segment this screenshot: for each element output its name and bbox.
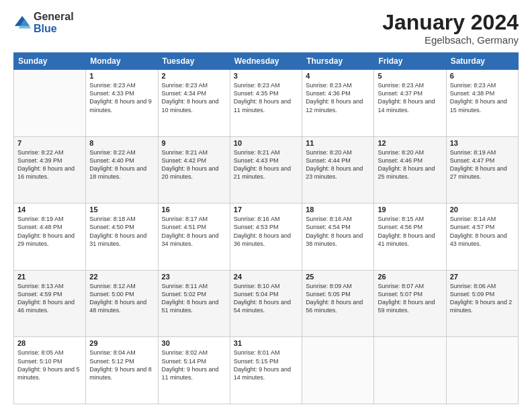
table-row: 5Sunrise: 8:23 AMSunset: 4:37 PMDaylight…	[374, 70, 446, 137]
cell-info: Sunrise: 8:07 AMSunset: 5:07 PMDaylight:…	[378, 282, 442, 315]
sunset-text: Sunset: 5:02 PM	[162, 290, 226, 298]
sunset-text: Sunset: 4:43 PM	[234, 156, 298, 165]
sunrise-text: Sunrise: 8:16 AM	[306, 215, 370, 223]
sunset-text: Sunset: 5:05 PM	[306, 290, 370, 298]
cell-info: Sunrise: 8:16 AMSunset: 4:53 PMDaylight:…	[234, 215, 298, 248]
daylight-text: Daylight: 9 hours and 5 minutes.	[17, 365, 82, 381]
day-number: 30	[162, 339, 226, 347]
calendar-week-row: 1Sunrise: 8:23 AMSunset: 4:33 PMDaylight…	[14, 70, 519, 137]
day-number: 8	[89, 139, 154, 147]
table-row: 6Sunrise: 8:23 AMSunset: 4:38 PMDaylight…	[446, 70, 518, 137]
daylight-text: Daylight: 8 hours and 48 minutes.	[89, 298, 154, 314]
daylight-text: Daylight: 8 hours and 23 minutes.	[306, 165, 370, 181]
logo-icon	[13, 13, 32, 32]
sunrise-text: Sunrise: 8:23 AM	[450, 81, 515, 89]
day-number: 17	[234, 205, 298, 214]
cell-info: Sunrise: 8:04 AMSunset: 5:12 PMDaylight:…	[89, 349, 154, 381]
table-row: 20Sunrise: 8:14 AMSunset: 4:57 PMDayligh…	[446, 203, 518, 271]
cell-info: Sunrise: 8:10 AMSunset: 5:04 PMDaylight:…	[234, 282, 298, 315]
sunrise-text: Sunrise: 8:17 AM	[162, 215, 226, 223]
daylight-text: Daylight: 8 hours and 15 minutes.	[450, 97, 515, 113]
table-row: 26Sunrise: 8:07 AMSunset: 5:07 PMDayligh…	[374, 270, 446, 337]
logo: General Blue	[13, 11, 74, 34]
sunset-text: Sunset: 5:09 PM	[450, 290, 515, 298]
cell-info: Sunrise: 8:09 AMSunset: 5:05 PMDaylight:…	[306, 282, 370, 315]
daylight-text: Daylight: 8 hours and 51 minutes.	[162, 298, 226, 314]
day-number: 4	[306, 72, 370, 80]
cell-info: Sunrise: 8:14 AMSunset: 4:57 PMDaylight:…	[450, 215, 515, 248]
day-number: 16	[162, 205, 226, 214]
sunrise-text: Sunrise: 8:18 AM	[89, 215, 154, 223]
col-tuesday: Tuesday	[158, 53, 230, 70]
sunset-text: Sunset: 5:15 PM	[234, 357, 298, 365]
daylight-text: Daylight: 8 hours and 14 minutes.	[378, 97, 442, 113]
sunrise-text: Sunrise: 8:07 AM	[378, 282, 442, 290]
day-number: 5	[378, 72, 442, 80]
sunset-text: Sunset: 5:10 PM	[17, 357, 82, 365]
col-wednesday: Wednesday	[230, 53, 302, 70]
sunrise-text: Sunrise: 8:22 AM	[89, 148, 154, 156]
sunrise-text: Sunrise: 8:11 AM	[162, 282, 226, 290]
table-row: 3Sunrise: 8:23 AMSunset: 4:35 PMDaylight…	[230, 70, 302, 137]
sunset-text: Sunset: 4:56 PM	[378, 223, 442, 231]
col-friday: Friday	[374, 53, 446, 70]
cell-info: Sunrise: 8:22 AMSunset: 4:39 PMDaylight:…	[17, 148, 82, 181]
day-number: 20	[450, 205, 515, 214]
daylight-text: Daylight: 8 hours and 18 minutes.	[89, 165, 154, 181]
cell-info: Sunrise: 8:15 AMSunset: 4:56 PMDaylight:…	[378, 215, 442, 248]
daylight-text: Daylight: 8 hours and 43 minutes.	[450, 232, 515, 248]
daylight-text: Daylight: 9 hours and 8 minutes.	[89, 365, 154, 381]
sunset-text: Sunset: 5:00 PM	[89, 290, 154, 298]
cell-info: Sunrise: 8:06 AMSunset: 5:09 PMDaylight:…	[450, 282, 515, 315]
day-number: 25	[306, 273, 370, 281]
sunrise-text: Sunrise: 8:19 AM	[17, 215, 82, 223]
cell-info: Sunrise: 8:12 AMSunset: 5:00 PMDaylight:…	[89, 282, 154, 315]
day-number: 10	[234, 139, 298, 147]
sunset-text: Sunset: 4:53 PM	[234, 223, 298, 231]
daylight-text: Daylight: 8 hours and 9 minutes.	[89, 97, 154, 113]
sunset-text: Sunset: 4:38 PM	[450, 89, 515, 97]
daylight-text: Daylight: 8 hours and 56 minutes.	[306, 298, 370, 314]
sunset-text: Sunset: 4:36 PM	[306, 89, 370, 97]
cell-info: Sunrise: 8:23 AMSunset: 4:33 PMDaylight:…	[89, 81, 154, 114]
cell-info: Sunrise: 8:22 AMSunset: 4:40 PMDaylight:…	[89, 148, 154, 181]
day-number: 9	[162, 139, 226, 147]
day-number: 1	[89, 72, 154, 80]
day-number: 24	[234, 273, 298, 281]
sunrise-text: Sunrise: 8:12 AM	[89, 282, 154, 290]
table-row: 9Sunrise: 8:21 AMSunset: 4:42 PMDaylight…	[158, 136, 230, 203]
sunset-text: Sunset: 4:35 PM	[234, 89, 298, 97]
daylight-text: Daylight: 8 hours and 29 minutes.	[17, 232, 82, 248]
daylight-text: Daylight: 8 hours and 25 minutes.	[378, 165, 442, 181]
sunrise-text: Sunrise: 8:21 AM	[162, 148, 226, 156]
sunrise-text: Sunrise: 8:09 AM	[306, 282, 370, 290]
sunset-text: Sunset: 4:39 PM	[17, 156, 82, 165]
cell-info: Sunrise: 8:13 AMSunset: 4:59 PMDaylight:…	[17, 282, 82, 315]
daylight-text: Daylight: 8 hours and 34 minutes.	[162, 232, 226, 248]
cell-info: Sunrise: 8:18 AMSunset: 4:50 PMDaylight:…	[89, 215, 154, 248]
header: General Blue January 2024 Egelbsach, Ger…	[13, 11, 519, 46]
sunrise-text: Sunrise: 8:20 AM	[306, 148, 370, 156]
day-number: 13	[450, 139, 515, 147]
sunset-text: Sunset: 4:40 PM	[89, 156, 154, 165]
col-monday: Monday	[86, 53, 158, 70]
cell-info: Sunrise: 8:19 AMSunset: 4:47 PMDaylight:…	[450, 148, 515, 181]
day-number: 11	[306, 139, 370, 147]
cell-info: Sunrise: 8:17 AMSunset: 4:51 PMDaylight:…	[162, 215, 226, 248]
cell-info: Sunrise: 8:20 AMSunset: 4:44 PMDaylight:…	[306, 148, 370, 181]
cell-info: Sunrise: 8:19 AMSunset: 4:48 PMDaylight:…	[17, 215, 82, 248]
day-number: 6	[450, 72, 515, 80]
table-row: 7Sunrise: 8:22 AMSunset: 4:39 PMDaylight…	[14, 136, 86, 203]
sunrise-text: Sunrise: 8:21 AM	[234, 148, 298, 156]
day-number: 21	[17, 273, 82, 281]
sunrise-text: Sunrise: 8:23 AM	[234, 81, 298, 89]
table-row: 25Sunrise: 8:09 AMSunset: 5:05 PMDayligh…	[302, 270, 374, 337]
sunrise-text: Sunrise: 8:16 AM	[234, 215, 298, 223]
daylight-text: Daylight: 8 hours and 46 minutes.	[17, 298, 82, 314]
sunrise-text: Sunrise: 8:19 AM	[450, 148, 515, 156]
table-row: 21Sunrise: 8:13 AMSunset: 4:59 PMDayligh…	[14, 270, 86, 337]
sunset-text: Sunset: 5:07 PM	[378, 290, 442, 298]
day-number: 14	[17, 205, 82, 214]
sunset-text: Sunset: 4:33 PM	[89, 89, 154, 97]
cell-info: Sunrise: 8:21 AMSunset: 4:43 PMDaylight:…	[234, 148, 298, 181]
